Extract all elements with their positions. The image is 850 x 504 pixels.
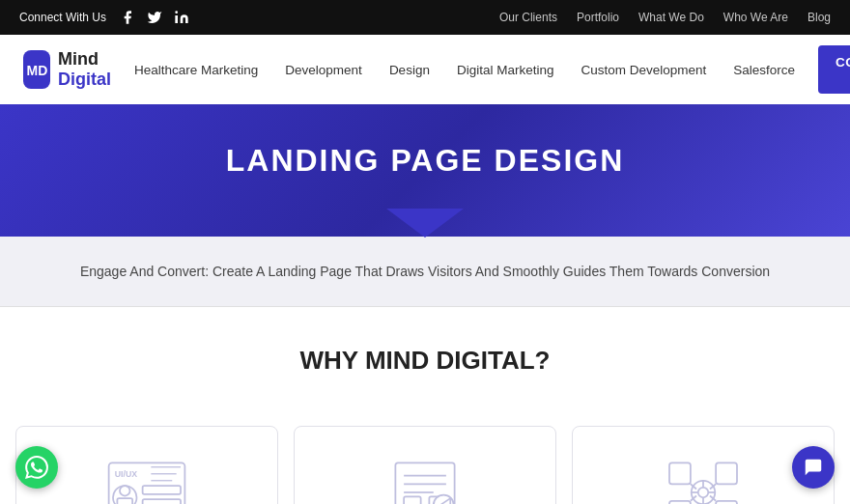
facebook-icon[interactable] [118, 8, 137, 27]
svg-point-9 [120, 486, 130, 496]
top-bar: Connect With Us Our Clients Portfolio Wh… [0, 0, 850, 35]
whatsapp-widget[interactable] [15, 446, 58, 489]
svg-rect-22 [669, 462, 691, 484]
subtitle-text: Engage And Convert: Create A Landing Pag… [39, 264, 811, 279]
twitter-icon[interactable] [145, 8, 164, 27]
hero-section: LANDING PAGE DESIGN [0, 104, 850, 237]
svg-rect-23 [716, 462, 737, 484]
top-nav-blog[interactable]: Blog [808, 11, 831, 24]
logo[interactable]: MD Mind Digital [23, 49, 123, 90]
logo-icon: MD [23, 50, 50, 89]
main-nav: MD Mind Digital Healthcare Marketing Dev… [0, 35, 850, 104]
nav-development[interactable]: Development [273, 55, 374, 85]
top-nav-links: Our Clients Portfolio What We Do Who We … [499, 11, 831, 24]
linkedin-icon[interactable] [172, 8, 191, 27]
card-strategic-approach: Strategic Approach Take a systematic app… [294, 426, 556, 504]
subtitle-bar: Engage And Convert: Create A Landing Pag… [0, 237, 850, 307]
top-nav-what-we-do[interactable]: What We Do [638, 11, 704, 24]
svg-rect-11 [143, 486, 181, 494]
card-icon-customised [655, 454, 751, 504]
nav-salesforce[interactable]: Salesforce [722, 55, 807, 85]
svg-text:UI/UX: UI/UX [115, 469, 138, 479]
card-icon-designers: UI/UX [99, 454, 195, 504]
svg-point-0 [175, 11, 178, 14]
nav-digital-marketing[interactable]: Digital Marketing [445, 55, 566, 85]
nav-links: Healthcare Marketing Development Design … [123, 45, 850, 94]
nav-design[interactable]: Design [378, 55, 441, 85]
hero-triangle [386, 209, 464, 238]
top-bar-left: Connect With Us [19, 8, 191, 27]
logo-text: Mind Digital [58, 49, 123, 90]
contact-us-button[interactable]: CONTACT US [818, 45, 850, 94]
why-title: WHY MIND DIGITAL? [23, 346, 827, 376]
cards-container: UI/UX Expert Designers Work with a group… [0, 426, 850, 504]
top-nav-who-we-are[interactable]: Who We Are [723, 11, 788, 24]
social-icons [118, 8, 191, 27]
card-icon-strategic [377, 454, 473, 504]
svg-rect-10 [117, 498, 132, 504]
svg-text:MD: MD [27, 63, 48, 78]
why-section: WHY MIND DIGITAL? [0, 307, 850, 426]
svg-rect-17 [404, 496, 421, 504]
top-nav-our-clients[interactable]: Our Clients [499, 11, 557, 24]
svg-point-27 [698, 488, 709, 498]
svg-rect-12 [143, 499, 181, 504]
top-nav-portfolio[interactable]: Portfolio [577, 11, 619, 24]
connect-label: Connect With Us [19, 11, 106, 24]
nav-custom-development[interactable]: Custom Development [569, 55, 718, 85]
chat-widget[interactable] [792, 446, 835, 489]
nav-healthcare-marketing[interactable]: Healthcare Marketing [123, 55, 269, 85]
hero-title: LANDING PAGE DESIGN [19, 143, 831, 179]
